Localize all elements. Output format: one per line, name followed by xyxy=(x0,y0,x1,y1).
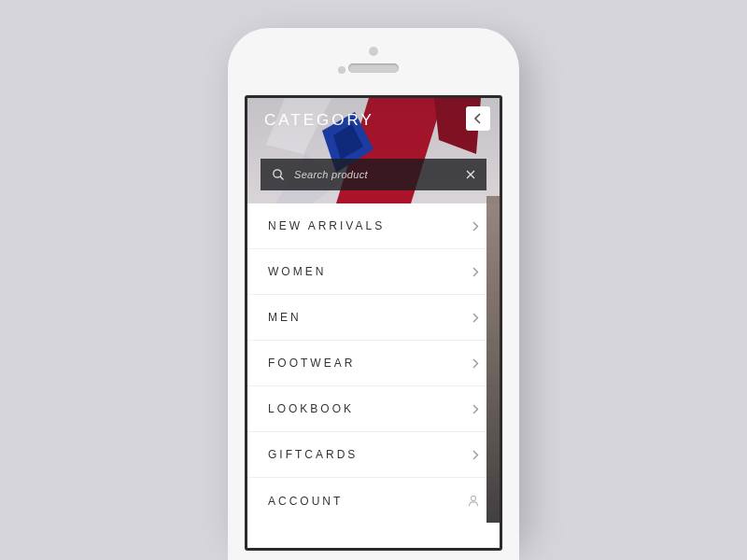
menu-item-label: FOOTWEAR xyxy=(268,357,355,370)
menu-item-men[interactable]: MEN xyxy=(247,295,500,341)
menu-item-label: NEW ARRIVALS xyxy=(268,219,385,232)
phone-sensor xyxy=(369,47,378,56)
menu-item-account[interactable]: ACCOUNT xyxy=(247,478,500,524)
menu-item-label: GIFTCARDS xyxy=(268,448,358,461)
menu-item-women[interactable]: WOMEN xyxy=(247,249,500,295)
chevron-right-icon xyxy=(472,313,479,323)
back-button[interactable] xyxy=(466,106,490,131)
phone-speaker xyxy=(348,63,399,73)
menu-item-label: LOOKBOOK xyxy=(268,402,354,415)
chevron-right-icon xyxy=(472,358,479,369)
category-menu: NEW ARRIVALS WOMEN MEN FOOTWEAR xyxy=(247,203,500,524)
chevron-left-icon xyxy=(473,113,483,124)
search-input[interactable] xyxy=(294,169,457,180)
svg-point-7 xyxy=(274,170,281,177)
search-bar[interactable] xyxy=(261,159,486,190)
phone-frame: CATEGORY NEW ARRIVAL xyxy=(228,28,519,560)
menu-item-footwear[interactable]: FOOTWEAR xyxy=(247,341,500,386)
search-icon xyxy=(272,168,285,181)
chevron-right-icon xyxy=(472,267,479,277)
user-icon xyxy=(468,495,479,507)
app-screen: CATEGORY NEW ARRIVAL xyxy=(245,95,502,551)
menu-item-label: WOMEN xyxy=(268,265,326,278)
svg-line-8 xyxy=(280,176,283,179)
chevron-right-icon xyxy=(472,221,479,231)
page-title: CATEGORY xyxy=(264,111,374,130)
menu-item-label: ACCOUNT xyxy=(268,495,343,508)
chevron-right-icon xyxy=(472,404,479,414)
hero-banner: CATEGORY xyxy=(247,98,500,203)
svg-point-11 xyxy=(471,496,475,500)
menu-item-new-arrivals[interactable]: NEW ARRIVALS xyxy=(247,203,500,249)
chevron-right-icon xyxy=(472,450,479,460)
background-sliver xyxy=(486,196,500,523)
menu-item-lookbook[interactable]: LOOKBOOK xyxy=(247,386,500,432)
menu-item-giftcards[interactable]: GIFTCARDS xyxy=(247,432,500,478)
menu-item-label: MEN xyxy=(268,311,302,324)
phone-camera xyxy=(338,66,345,74)
clear-search-icon[interactable] xyxy=(466,170,475,179)
